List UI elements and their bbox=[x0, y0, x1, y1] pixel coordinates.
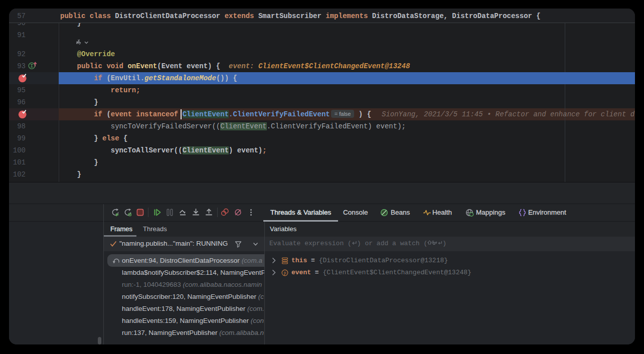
svg-text:p: p bbox=[284, 270, 286, 275]
